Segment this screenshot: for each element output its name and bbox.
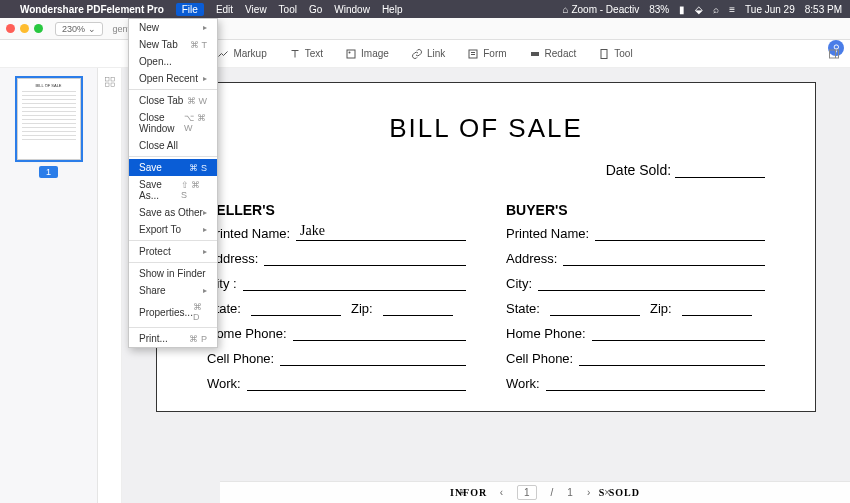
menu-separator [129, 240, 217, 241]
thumbnail-page-number: 1 [39, 166, 58, 178]
form-button[interactable]: Form [467, 48, 506, 60]
seller-column: SELLER'S Printed Name:Jake Address: City… [207, 202, 466, 401]
battery-icon: ▮ [679, 4, 685, 15]
menu-export-to[interactable]: Export To▸ [129, 221, 217, 238]
date-sold-field: Date Sold: [207, 162, 765, 178]
page-thumbnail[interactable]: BILL OF SALE [17, 78, 81, 160]
maximize-window-button[interactable] [34, 24, 43, 33]
text-button[interactable]: Text [289, 48, 323, 60]
seller-address-input[interactable] [264, 251, 466, 266]
menu-print[interactable]: Print...⌘ P [129, 330, 217, 347]
menu-properties[interactable]: Properties...⌘ D [129, 299, 217, 325]
menu-separator [129, 89, 217, 90]
menu-save-as-other[interactable]: Save as Other▸ [129, 204, 217, 221]
svg-rect-0 [347, 50, 355, 58]
menu-separator [129, 262, 217, 263]
search-icon[interactable]: ⌕ [713, 4, 719, 15]
sidebar-mode-toggle[interactable] [98, 68, 122, 503]
link-button[interactable]: Link [411, 48, 445, 60]
close-window-button[interactable] [6, 24, 15, 33]
menu-new[interactable]: New▸ [129, 19, 217, 36]
file-menu-dropdown: New▸ New Tab⌘ T Open... Open Recent▸ Clo… [128, 18, 218, 348]
pdf-page: BILL OF SALE Date Sold: SELLER'S Printed… [156, 82, 816, 412]
menu-save[interactable]: Save⌘ S [129, 159, 217, 176]
seller-work-input[interactable] [247, 376, 466, 391]
date[interactable]: Tue Jun 29 [745, 4, 795, 15]
svg-point-1 [349, 51, 351, 53]
seller-homephone-input[interactable] [293, 326, 467, 341]
zoom-dropdown[interactable]: 230% ⌄ [55, 22, 103, 36]
seller-name-input[interactable]: Jake [296, 226, 466, 241]
page-sep: / [551, 487, 554, 498]
buyer-header: BUYER'S [506, 202, 765, 218]
svg-rect-6 [105, 78, 109, 82]
buyer-zip-input[interactable] [682, 301, 752, 316]
menu-window[interactable]: Window [334, 4, 370, 15]
menu-save-as[interactable]: Save As...⇧ ⌘ S [129, 176, 217, 204]
redact-button[interactable]: Redact [529, 48, 577, 60]
control-center-icon[interactable]: ≡ [729, 4, 735, 15]
menubar-right: ⌂ Zoom - Deactiv 83% ▮ ⬙ ⌕ ≡ Tue Jun 29 … [563, 4, 842, 15]
svg-rect-8 [105, 83, 109, 87]
app-name[interactable]: Wondershare PDFelement Pro [20, 4, 164, 15]
battery-percent[interactable]: 83% [649, 4, 669, 15]
thumbnails-sidebar: BILL OF SALE 1 [0, 68, 98, 503]
buyer-homephone-input[interactable] [592, 326, 766, 341]
minimize-window-button[interactable] [20, 24, 29, 33]
date-sold-line[interactable] [675, 177, 765, 178]
seller-cellphone-input[interactable] [280, 351, 466, 366]
image-button[interactable]: Image [345, 48, 389, 60]
menu-go[interactable]: Go [309, 4, 322, 15]
menu-separator [129, 327, 217, 328]
wifi-icon[interactable]: ⬙ [695, 4, 703, 15]
svg-rect-5 [830, 50, 839, 58]
section-right: S SOLD [599, 487, 640, 498]
traffic-lights [6, 24, 43, 33]
svg-rect-9 [111, 83, 115, 87]
menu-close-tab[interactable]: Close Tab⌘ W [129, 92, 217, 109]
section-left: INFOR [450, 487, 487, 498]
menu-edit[interactable]: Edit [216, 4, 233, 15]
page-total: 1 [567, 487, 573, 498]
menu-show-in-finder[interactable]: Show in Finder [129, 265, 217, 282]
menu-protect[interactable]: Protect▸ [129, 243, 217, 260]
document-viewport[interactable]: BILL OF SALE Date Sold: SELLER'S Printed… [122, 68, 850, 503]
menu-file[interactable]: File [176, 3, 204, 16]
next-page-button[interactable]: › [587, 487, 590, 498]
menu-help[interactable]: Help [382, 4, 403, 15]
menu-tool[interactable]: Tool [279, 4, 297, 15]
menu-view[interactable]: View [245, 4, 267, 15]
buyer-address-input[interactable] [563, 251, 765, 266]
buyer-state-input[interactable] [550, 301, 640, 316]
buyer-name-input[interactable] [595, 226, 765, 241]
svg-rect-3 [531, 52, 539, 56]
markup-button[interactable]: Markup [217, 48, 266, 60]
menu-separator [129, 156, 217, 157]
page-number-input[interactable]: 1 [517, 485, 537, 500]
buyer-column: BUYER'S Printed Name: Address: City: Sta… [506, 202, 765, 401]
menu-new-tab[interactable]: New Tab⌘ T [129, 36, 217, 53]
seller-city-input[interactable] [243, 276, 466, 291]
seller-state-input[interactable] [251, 301, 341, 316]
doc-title: BILL OF SALE [207, 113, 765, 144]
buyer-city-input[interactable] [538, 276, 765, 291]
menu-open[interactable]: Open... [129, 53, 217, 70]
menu-share[interactable]: Share▸ [129, 282, 217, 299]
menu-close-window[interactable]: Close Window⌥ ⌘ W [129, 109, 217, 137]
seller-header: SELLER'S [207, 202, 466, 218]
macos-menubar: Wondershare PDFelement Pro File Edit Vie… [0, 0, 850, 18]
time[interactable]: 8:53 PM [805, 4, 842, 15]
status-text[interactable]: ⌂ Zoom - Deactiv [563, 4, 640, 15]
tool-button[interactable]: Tool [598, 48, 632, 60]
svg-rect-7 [111, 78, 115, 82]
menu-open-recent[interactable]: Open Recent▸ [129, 70, 217, 87]
panel-toggle-icon[interactable] [828, 48, 840, 60]
svg-rect-4 [601, 49, 607, 58]
seller-zip-input[interactable] [383, 301, 453, 316]
buyer-cellphone-input[interactable] [579, 351, 765, 366]
buyer-work-input[interactable] [546, 376, 765, 391]
prev-page-button[interactable]: ‹ [500, 487, 503, 498]
status-bar: INFOR + − ‹ 1 / 1 › × S SOLD [220, 481, 850, 503]
menu-close-all[interactable]: Close All [129, 137, 217, 154]
